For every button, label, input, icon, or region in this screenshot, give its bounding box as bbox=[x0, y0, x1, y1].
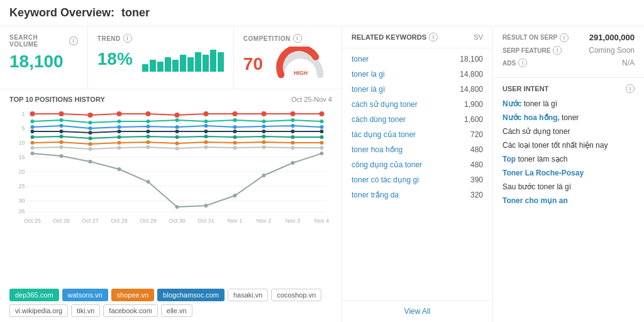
domain-tag[interactable]: tiki.vn bbox=[71, 304, 100, 317]
keyword-sv: 14,800 bbox=[460, 70, 483, 79]
user-intent-info-icon[interactable]: i bbox=[626, 84, 635, 93]
svg-point-63 bbox=[89, 131, 92, 135]
domain-tag[interactable]: dep365.com bbox=[9, 289, 59, 301]
domain-tag[interactable]: blogchamsoc.com bbox=[157, 289, 225, 301]
keyword-row[interactable]: toner la gi14,800 bbox=[342, 67, 492, 82]
keyword-text[interactable]: toner hoa hồng bbox=[352, 145, 402, 154]
svg-text:Nov 2: Nov 2 bbox=[257, 218, 272, 224]
keyword-text[interactable]: tác dụng của toner bbox=[352, 130, 416, 139]
domain-tag[interactable]: cocoshop.vn bbox=[271, 289, 321, 301]
competition-info-icon[interactable]: i bbox=[293, 34, 302, 43]
svg-point-88 bbox=[175, 142, 179, 145]
keyword-row[interactable]: tác dụng của toner720 bbox=[342, 127, 492, 142]
svg-point-33 bbox=[175, 113, 180, 118]
svg-point-114 bbox=[291, 161, 295, 165]
keyword-text[interactable]: toner trắng da bbox=[352, 191, 399, 199]
svg-point-56 bbox=[204, 124, 208, 128]
svg-point-107 bbox=[89, 160, 92, 164]
svg-point-49 bbox=[320, 119, 324, 123]
related-keywords-info-icon[interactable]: i bbox=[429, 33, 438, 42]
serp-feature-row: SERP FEATURE i Coming Soon bbox=[502, 46, 635, 55]
trend-info-icon[interactable]: i bbox=[123, 34, 132, 43]
search-volume-value: 18,100 bbox=[9, 52, 78, 72]
keyword-sv: 320 bbox=[470, 191, 483, 199]
domain-tag[interactable]: watsons.vn bbox=[62, 289, 108, 301]
keyword-text[interactable]: cách dùng toner bbox=[352, 115, 406, 124]
domain-tag[interactable]: hasaki.vn bbox=[228, 289, 268, 301]
keyword-row[interactable]: toner trắng da320 bbox=[342, 187, 492, 203]
svg-point-57 bbox=[233, 125, 237, 129]
search-volume-info-icon[interactable]: i bbox=[69, 36, 78, 45]
svg-point-72 bbox=[31, 135, 35, 139]
keyword-row[interactable]: toner18,100 bbox=[342, 52, 492, 67]
user-intent-section: USER INTENT i Nước toner là gìNước hoa h… bbox=[493, 78, 644, 322]
svg-point-86 bbox=[118, 141, 121, 145]
trend-box: TREND i 18% bbox=[88, 26, 234, 89]
keyword-text[interactable]: công dụng của toner bbox=[352, 160, 422, 169]
keyword-row[interactable]: toner là gì14,800 bbox=[342, 82, 492, 97]
svg-point-28 bbox=[30, 111, 35, 116]
svg-point-105 bbox=[31, 152, 35, 155]
svg-text:Nov 3: Nov 3 bbox=[286, 218, 301, 224]
intent-item: Top toner làm sạch bbox=[502, 153, 635, 165]
svg-point-103 bbox=[291, 146, 295, 150]
keyword-row[interactable]: công dụng của toner480 bbox=[342, 157, 492, 172]
gauge: HIGH bbox=[275, 47, 332, 81]
keyword-row[interactable]: cách dùng toner1,600 bbox=[342, 112, 492, 127]
svg-point-50 bbox=[31, 125, 35, 129]
keyword-sv: 14,800 bbox=[460, 85, 483, 94]
svg-point-46 bbox=[233, 118, 237, 122]
svg-point-39 bbox=[31, 119, 35, 123]
search-volume-box: SEARCH VOLUME i 18,100 bbox=[0, 26, 88, 89]
intent-item: Toner cho mụn an bbox=[502, 195, 635, 206]
trend-bar bbox=[195, 52, 201, 72]
trend-bar bbox=[210, 50, 216, 72]
trend-bar bbox=[180, 55, 186, 72]
svg-text:Oct 30: Oct 30 bbox=[169, 218, 186, 224]
keyword-text[interactable]: toner la gi bbox=[352, 70, 385, 79]
intent-item: Nước hoa hồng, toner bbox=[502, 112, 635, 123]
svg-text:Nov 1: Nov 1 bbox=[228, 218, 243, 224]
chart-section: TOP 10 POSITIONS HISTORY Oct 25-Nov 4 1 … bbox=[0, 89, 341, 284]
page-header: Keyword Overview: toner bbox=[0, 0, 644, 26]
svg-point-77 bbox=[175, 135, 179, 139]
svg-point-71 bbox=[320, 130, 324, 133]
svg-point-75 bbox=[118, 135, 121, 139]
keyword-sv: 720 bbox=[470, 130, 483, 139]
keyword-row[interactable]: cách sử dụng toner1,900 bbox=[342, 97, 492, 112]
svg-point-96 bbox=[89, 147, 92, 151]
keyword-text[interactable]: cách sử dụng toner bbox=[352, 100, 418, 109]
keyword-row[interactable]: toner có tác dụng gì390 bbox=[342, 172, 492, 187]
svg-point-42 bbox=[118, 119, 121, 123]
svg-point-73 bbox=[60, 135, 64, 138]
keyword-text[interactable]: toner có tác dụng gì bbox=[352, 175, 419, 184]
keyword-text[interactable]: toner bbox=[352, 55, 369, 64]
chart-area: 1 5 10 15 20 25 30 35 bbox=[9, 106, 332, 232]
user-intent-header: USER INTENT i bbox=[502, 84, 635, 93]
svg-point-92 bbox=[291, 141, 295, 145]
ads-row: Ads i N/A bbox=[502, 58, 635, 67]
search-volume-label: SEARCH VOLUME i bbox=[9, 34, 78, 48]
serp-result-info-icon[interactable]: i bbox=[560, 33, 569, 42]
svg-point-60 bbox=[320, 125, 324, 129]
domain-tag[interactable]: shopee.vn bbox=[111, 289, 155, 301]
keyword-sv: 1,600 bbox=[464, 115, 483, 124]
domain-tag[interactable]: facebook.com bbox=[103, 304, 157, 317]
svg-point-41 bbox=[89, 121, 92, 125]
domain-tag[interactable]: vi.wikipedia.org bbox=[9, 304, 68, 317]
ads-label: Ads i bbox=[502, 58, 527, 67]
related-keywords-header: RELATED KEYWORDS i SV bbox=[342, 26, 492, 48]
keyword-text[interactable]: toner là gì bbox=[352, 85, 385, 94]
competition-label: COMPETITION i bbox=[243, 34, 332, 43]
svg-point-110 bbox=[175, 205, 179, 209]
svg-point-54 bbox=[147, 125, 150, 128]
ads-info-icon[interactable]: i bbox=[518, 58, 527, 67]
svg-point-79 bbox=[233, 135, 237, 139]
serp-feature-info-icon[interactable]: i bbox=[553, 46, 562, 55]
keyword-sv: 1,900 bbox=[464, 100, 483, 109]
view-all-button[interactable]: View All bbox=[342, 300, 492, 322]
domain-tags: dep365.comwatsons.vnshopee.vnblogchamsoc… bbox=[0, 284, 341, 322]
keyword-row[interactable]: toner hoa hồng480 bbox=[342, 142, 492, 157]
domain-tag[interactable]: elle.vn bbox=[161, 304, 192, 317]
serp-feature-value: Coming Soon bbox=[589, 46, 635, 55]
